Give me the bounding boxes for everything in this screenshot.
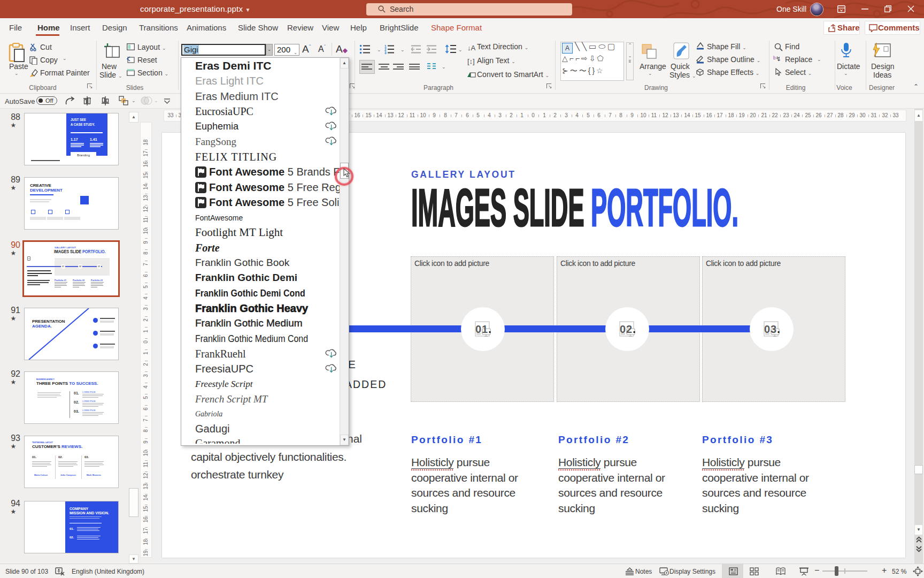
svg-text:3: 3: [384, 51, 387, 54]
